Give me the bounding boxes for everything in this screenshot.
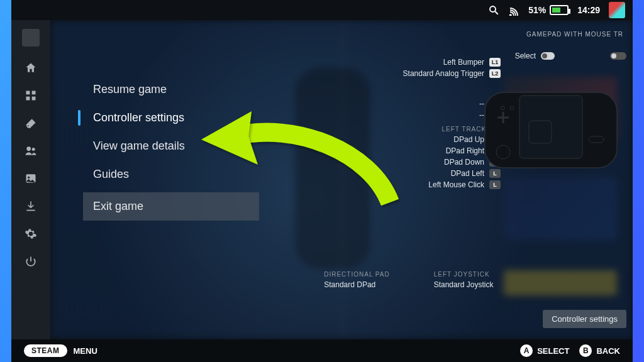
svg-rect-3 (26, 91, 30, 95)
svg-point-8 (32, 148, 35, 151)
battery-pct: 51% (528, 5, 546, 15)
sidebar (11, 20, 50, 339)
select-action-row[interactable]: Select (515, 52, 626, 60)
cast-icon[interactable] (508, 4, 519, 16)
profile-tile[interactable] (22, 29, 40, 47)
section-value: Standard Joystick (434, 280, 494, 289)
section-heading: DIRECTIONAL PAD (324, 271, 389, 278)
controller-template-label: GAMEPAD WITH MOUSE TR (526, 31, 623, 38)
footer-a-label: SELECT (537, 346, 569, 356)
friends-icon[interactable] (25, 145, 37, 157)
glyph-l2: L2 (489, 69, 501, 78)
battery-icon (550, 5, 569, 15)
status-bar: 51% 14:29 (11, 0, 633, 20)
footer-b-label: BACK (596, 346, 620, 356)
footer-select-hint: A SELECT (520, 344, 569, 357)
b-button-icon: B (579, 344, 592, 357)
menu-guides[interactable]: Guides (83, 160, 259, 189)
main-region: GAMEPAD WITH MOUSE TR Left Bumper L1 Sta… (11, 20, 633, 339)
glyph-mouse: L (489, 180, 501, 189)
section-heading: LEFT JOYSTICK (434, 271, 494, 278)
section-value: Standard DPad (324, 280, 389, 289)
overlay-menu: Resume game Controller settings View gam… (83, 75, 259, 221)
home-icon[interactable] (25, 62, 37, 74)
steam-button[interactable]: STEAM (24, 344, 67, 357)
toggle-indicator (610, 52, 626, 60)
library-icon[interactable] (25, 89, 37, 102)
footer-back-hint: B BACK (579, 344, 620, 357)
content-area: GAMEPAD WITH MOUSE TR Left Bumper L1 Sta… (50, 20, 633, 339)
svg-point-10 (28, 177, 30, 178)
footer-right: A SELECT B BACK (520, 344, 620, 357)
binding-row[interactable]: Left Mouse ClickL (324, 179, 626, 190)
select-action-label: Select (515, 52, 536, 60)
svg-point-7 (26, 146, 31, 151)
binding-label: Standard Analog Trigger (403, 69, 484, 78)
power-icon[interactable] (25, 255, 37, 268)
binding-row[interactable]: Standard Analog Trigger L2 (324, 68, 626, 79)
menu-controller-settings[interactable]: Controller settings (83, 104, 259, 132)
footer-menu-label: MENU (74, 346, 97, 356)
footer-left: STEAM MENU (24, 344, 97, 357)
steamdeck-silhouette (482, 83, 620, 177)
lower-sections: DIRECTIONAL PAD Standard DPad LEFT JOYST… (324, 271, 626, 289)
menu-resume-game[interactable]: Resume game (83, 75, 259, 104)
settings-icon[interactable] (25, 228, 37, 240)
media-icon[interactable] (25, 172, 37, 185)
battery-fill (552, 8, 560, 13)
downloads-icon[interactable] (25, 200, 37, 212)
app-frame: 51% 14:29 (11, 0, 633, 362)
search-icon[interactable] (488, 4, 499, 16)
avatar[interactable] (609, 2, 625, 18)
svg-point-2 (510, 14, 511, 16)
left-joystick-section[interactable]: LEFT JOYSTICK Standard Joystick (434, 271, 494, 289)
footer-bar: STEAM MENU A SELECT B BACK (11, 339, 633, 362)
dpad-section[interactable]: DIRECTIONAL PAD Standard DPad (324, 271, 389, 289)
menu-view-game-details[interactable]: View game details (83, 132, 259, 160)
menu-exit-game[interactable]: Exit game (83, 192, 259, 221)
view-button-glyph (541, 52, 555, 60)
svg-rect-5 (26, 97, 30, 101)
controller-settings-button[interactable]: Controller settings (543, 310, 626, 328)
binding-label: Left Bumper (443, 58, 484, 67)
battery-indicator: 51% (528, 5, 569, 15)
svg-rect-4 (32, 91, 36, 95)
a-button-icon: A (520, 344, 533, 357)
svg-point-0 (490, 6, 496, 12)
store-icon[interactable] (25, 117, 37, 129)
svg-rect-6 (32, 97, 36, 101)
clock: 14:29 (577, 5, 600, 15)
svg-line-1 (495, 11, 498, 14)
glyph-l1: L1 (489, 58, 501, 67)
